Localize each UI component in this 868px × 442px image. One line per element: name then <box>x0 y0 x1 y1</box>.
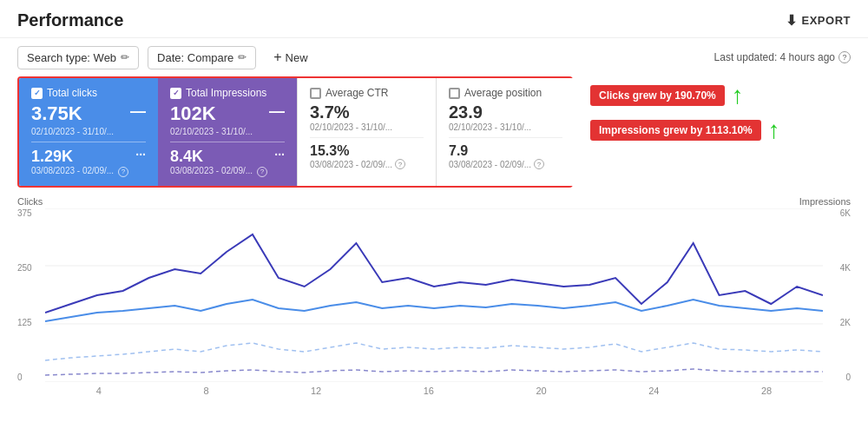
position-checkbox[interactable] <box>449 88 460 99</box>
y-right-6k: 6K <box>840 208 851 218</box>
metrics-section: Total clicks 3.75K — 02/10/2023 - 31/10/… <box>17 76 851 188</box>
impressions-annotation-badge: Impressions grew by 1113.10% <box>590 120 761 141</box>
clicks-dash: — <box>130 102 146 121</box>
ctr-label: Average CTR <box>326 87 388 99</box>
date-filter[interactable]: Date: Compare ✏ <box>148 46 256 69</box>
x-label-12: 12 <box>311 386 321 396</box>
position-row2-date: 03/08/2023 - 02/09/... ? <box>449 159 562 169</box>
edit-icon-date: ✏ <box>238 51 247 63</box>
toolbar: Search type: Web ✏ Date: Compare ✏ + New… <box>0 38 868 76</box>
edit-icon: ✏ <box>121 51 129 63</box>
y-axis-left-label: Clicks <box>17 196 43 207</box>
y-labels-left: 375 250 125 0 <box>17 208 43 382</box>
toolbar-left: Search type: Web ✏ Date: Compare ✏ + New <box>17 45 317 69</box>
help-icon-ctr[interactable]: ? <box>395 159 405 169</box>
ctr-row2-value: 15.3% <box>310 143 424 159</box>
clicks-main-value: 3.75K <box>31 102 82 125</box>
page-header: Performance ⬇ EXPORT <box>0 0 868 38</box>
y-labels-right: 6K 4K 2K 0 <box>825 208 851 382</box>
x-label-4: 4 <box>96 386 102 396</box>
dashed-impressions-line <box>45 343 823 360</box>
y-left-375: 375 <box>17 208 43 218</box>
metric-total-impressions: ✓ Total Impressions 102K — 02/10/2023 - … <box>158 78 297 186</box>
help-icon[interactable]: ? <box>838 51 851 63</box>
position-main-date: 02/10/2023 - 31/10/... <box>449 122 562 132</box>
ctr-main-value: 3.7% <box>310 102 424 122</box>
annotation-clicks: Clicks grew by 190.70% ↑ <box>590 83 780 108</box>
export-button[interactable]: ⬇ EXPORT <box>786 12 851 29</box>
clicks-annotation-badge: Clicks grew by 190.70% <box>590 85 725 106</box>
x-label-16: 16 <box>424 386 434 396</box>
x-label-24: 24 <box>648 386 659 396</box>
impressions-row2-dots: ··· <box>274 148 285 162</box>
position-row2-value: 7.9 <box>449 143 562 159</box>
impressions-checkbox[interactable]: ✓ <box>170 88 181 99</box>
x-label-8: 8 <box>203 386 208 396</box>
impressions-label: Total Impressions <box>186 87 266 99</box>
clicks-row2-dots: ··· <box>135 148 146 162</box>
chart-area: Clicks Impressions 375 250 125 0 6K 4K 2… <box>0 196 868 396</box>
clicks-solid-line <box>45 234 823 313</box>
impressions-row2-value: 8.4K <box>170 148 203 166</box>
clicks-checkbox[interactable] <box>31 88 43 99</box>
metric-total-clicks: Total clicks 3.75K — 02/10/2023 - 31/10/… <box>19 78 158 186</box>
y-right-4k: 4K <box>840 263 851 273</box>
plus-icon: + <box>273 49 281 65</box>
ctr-checkbox[interactable] <box>310 88 321 99</box>
impressions-row2-date: 03/08/2023 - 02/09/... ? <box>170 166 285 177</box>
search-type-filter[interactable]: Search type: Web ✏ <box>17 46 139 69</box>
clicks-main-date: 02/10/2023 - 31/10/... <box>31 127 146 136</box>
clicks-row2-value: 1.29K <box>31 148 73 166</box>
help-icon-position[interactable]: ? <box>534 159 544 169</box>
impressions-main-date: 02/10/2023 - 31/10/... <box>170 127 285 136</box>
y-right-0: 0 <box>845 373 851 382</box>
help-icon-clicks[interactable]: ? <box>118 167 128 177</box>
x-label-20: 20 <box>536 386 547 396</box>
impressions-dash: — <box>269 102 285 121</box>
annotation-impressions: Impressions grew by 1113.10% ↑ <box>590 118 780 142</box>
dashed-clicks-line <box>45 369 823 375</box>
impressions-solid-line <box>45 300 823 321</box>
y-left-125: 125 <box>17 318 43 327</box>
page-title: Performance <box>17 10 123 30</box>
last-updated-text: Last updated: 4 hours ago ? <box>714 51 851 63</box>
position-label: Average position <box>464 87 542 99</box>
clicks-row2-date: 03/08/2023 - 02/09/... ? <box>31 166 146 177</box>
clicks-arrow-up: ↑ <box>732 83 744 108</box>
position-main-value: 23.9 <box>449 102 562 122</box>
chart-svg <box>45 208 823 382</box>
ctr-row2-date: 03/08/2023 - 02/09/... ? <box>310 159 424 169</box>
y-left-0: 0 <box>17 373 43 382</box>
help-icon-impressions[interactable]: ? <box>257 167 267 177</box>
new-button[interactable]: + New <box>265 45 316 69</box>
metric-average-position: Average position 23.9 02/10/2023 - 31/10… <box>436 78 575 186</box>
y-left-250: 250 <box>17 263 43 273</box>
annotations-container: Clicks grew by 190.70% ↑ Impressions gre… <box>590 83 780 142</box>
y-axis-right-label: Impressions <box>799 196 851 207</box>
x-label-28: 28 <box>761 386 772 396</box>
export-icon: ⬇ <box>786 12 798 29</box>
impressions-arrow-up: ↑ <box>768 118 780 142</box>
y-right-2k: 2K <box>840 318 851 327</box>
metric-average-ctr: Average CTR 3.7% 02/10/2023 - 31/10/... … <box>297 78 436 186</box>
clicks-label: Total clicks <box>47 87 97 99</box>
impressions-main-value: 102K <box>170 102 216 125</box>
ctr-main-date: 02/10/2023 - 31/10/... <box>310 122 424 132</box>
x-axis-labels: 4 8 12 16 20 24 28 <box>17 382 851 396</box>
metrics-grid: Total clicks 3.75K — 02/10/2023 - 31/10/… <box>17 76 573 188</box>
